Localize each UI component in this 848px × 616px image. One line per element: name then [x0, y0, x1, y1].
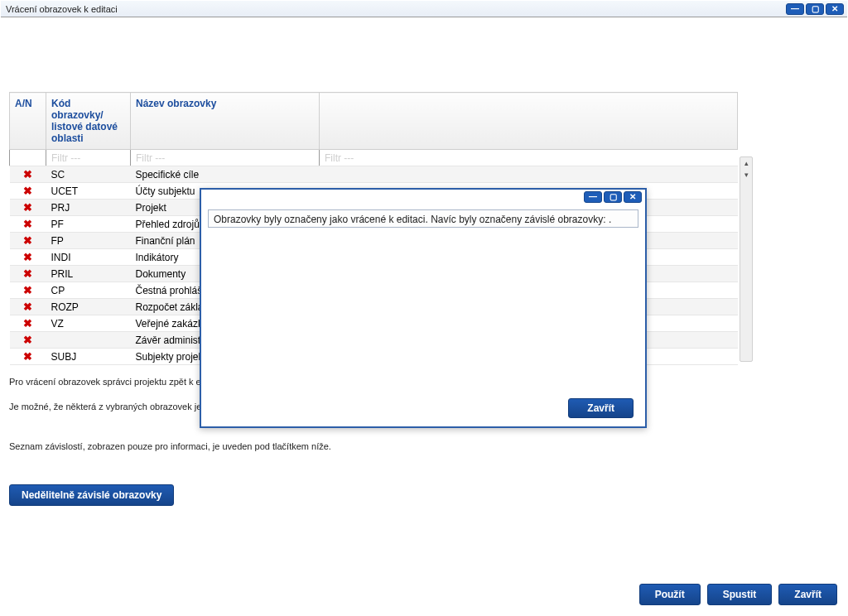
status-x-icon: ✖ [15, 284, 41, 296]
maximize-button[interactable]: ▢ [806, 3, 824, 15]
dialog-body: Obrazovky byly označeny jako vrácené k e… [201, 205, 645, 426]
message-dialog: — ▢ ✕ Obrazovky byly označeny jako vráce… [200, 188, 647, 428]
filter-kod[interactable]: Filtr --- [46, 150, 131, 166]
col-header-nazev[interactable]: Název obrazovky [131, 93, 320, 150]
col-header-an[interactable]: A/N [10, 93, 46, 150]
cell-kod: VZ [46, 315, 131, 332]
filter-nazev[interactable]: Filtr --- [131, 150, 320, 166]
dialog-close-button[interactable]: Zavřít [568, 398, 634, 418]
cell-kod: SUBJ [46, 349, 131, 365]
table-header-row: A/N Kód obrazovky/ listové datové oblast… [10, 93, 738, 150]
cell-kod: INDI [46, 249, 131, 266]
cell-kod: PRIL [46, 266, 131, 282]
close-button-footer[interactable]: Zavřít [778, 584, 837, 605]
minimize-button[interactable]: — [786, 3, 804, 15]
close-icon: ✕ [629, 193, 636, 201]
cell-kod [46, 332, 131, 349]
dialog-titlebar: — ▢ ✕ [201, 190, 645, 205]
col-header-kod[interactable]: Kód obrazovky/ listové datové oblasti [46, 93, 131, 150]
status-x-icon: ✖ [15, 251, 41, 263]
status-x-icon: ✖ [15, 350, 41, 363]
cell-kod: UCET [46, 183, 131, 200]
apply-button[interactable]: Použít [639, 584, 701, 605]
dialog-maximize-button[interactable]: ▢ [604, 191, 622, 203]
dialog-minimize-button[interactable]: — [584, 191, 602, 203]
cell-kod: PRJ [46, 200, 131, 216]
status-x-icon: ✖ [15, 301, 41, 313]
filter-extra[interactable]: Filtr --- [320, 150, 738, 166]
status-x-icon: ✖ [15, 201, 41, 214]
minimize-icon: — [791, 5, 799, 13]
scroll-up-icon: ▴ [740, 157, 752, 169]
table-scrollbar[interactable]: ▴ ▾ [740, 156, 753, 362]
main-window: Vrácení obrazovek k editaci — ▢ ✕ A/N Kó… [0, 0, 848, 616]
status-x-icon: ✖ [15, 317, 41, 330]
col-header-empty [320, 93, 738, 150]
maximize-icon: ▢ [812, 5, 819, 13]
dialog-footer: Zavřít [208, 395, 638, 420]
cell-kod: CP [46, 282, 131, 299]
status-x-icon: ✖ [15, 168, 41, 180]
cell-kod: ROZP [46, 299, 131, 315]
status-x-icon: ✖ [15, 218, 41, 230]
dependent-button-wrap: Nedělitelně závislé obrazovky [9, 484, 842, 506]
footer-bar: Použít Spustit Zavřít [639, 584, 837, 605]
dialog-message: Obrazovky byly označeny jako vrácené k e… [208, 209, 638, 228]
maximize-icon: ▢ [610, 193, 617, 201]
window-title: Vrácení obrazovek k editaci [6, 4, 118, 14]
close-button[interactable]: ✕ [826, 3, 844, 15]
cell-kod: SC [46, 166, 131, 183]
dependent-screens-button[interactable]: Nedělitelně závislé obrazovky [9, 484, 174, 506]
table-row[interactable]: ✖ SC Specifické cíle [10, 166, 738, 183]
filter-row: Filtr --- Filtr --- Filtr --- [10, 150, 738, 166]
dialog-close-x-button[interactable]: ✕ [624, 191, 642, 203]
cell-nazev: Specifické cíle [131, 166, 320, 183]
status-x-icon: ✖ [15, 334, 41, 346]
cell-kod: PF [46, 216, 131, 233]
window-controls: — ▢ ✕ [786, 3, 844, 15]
titlebar: Vrácení obrazovek k editaci — ▢ ✕ [1, 1, 847, 17]
status-x-icon: ✖ [15, 267, 41, 280]
status-x-icon: ✖ [15, 234, 41, 247]
cell-kod: FP [46, 233, 131, 249]
run-button[interactable]: Spustit [707, 584, 773, 605]
info-line-3: Seznam závislostí, zobrazen pouze pro in… [9, 441, 842, 451]
scroll-down-icon: ▾ [740, 169, 752, 180]
minimize-icon: — [589, 193, 597, 201]
close-icon: ✕ [831, 5, 838, 13]
filter-an[interactable] [10, 150, 46, 166]
status-x-icon: ✖ [15, 185, 41, 197]
